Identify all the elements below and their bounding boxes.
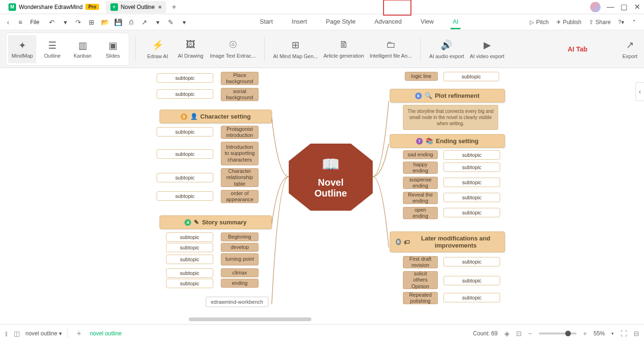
node-relationship[interactable]: Character relationship table — [221, 168, 259, 187]
edit-icon[interactable]: ✎ — [167, 18, 175, 26]
app-tab[interactable]: M Wondershare EdrawMind Pro — [4, 1, 104, 13]
print-icon[interactable]: ⎙ — [127, 18, 135, 26]
minimize-button[interactable]: — — [607, 4, 614, 10]
menu-page-style[interactable]: Page Style — [324, 15, 358, 29]
hamburger-icon[interactable]: ≡ — [16, 18, 25, 26]
subtopic[interactable]: subtopic — [157, 127, 213, 137]
back-icon[interactable]: ‹ — [4, 18, 12, 26]
center-node[interactable]: 📖 Novel Outline — [289, 144, 373, 211]
image-text-extract-button[interactable]: ⦾Image Text Extrac... — [207, 35, 259, 63]
menu-view[interactable]: View — [419, 15, 436, 29]
subtopic[interactable]: subtopic — [157, 173, 213, 182]
undo-dropdown-icon[interactable]: ▾ — [61, 18, 69, 26]
node-repeated[interactable]: Repeated polishing — [403, 292, 438, 304]
edit-dropdown-icon[interactable]: ▾ — [180, 18, 188, 26]
close-button[interactable]: ✕ — [634, 4, 640, 10]
subtopic[interactable]: subtopic — [157, 89, 213, 99]
subtopic[interactable]: subtopic — [443, 293, 500, 302]
node-turning[interactable]: turning point — [221, 253, 259, 265]
edraw-ai-button[interactable]: ⚡Edraw AI — [141, 35, 174, 63]
ai-video-export-button[interactable]: ▶AI video export — [467, 35, 507, 63]
redo-icon[interactable]: ↷ — [74, 18, 83, 26]
mindmap-canvas[interactable]: 📖 Novel Outline Place background subtopi… — [0, 68, 644, 324]
branch-story-summary[interactable]: 4✎Story summary — [159, 215, 272, 229]
outline-view-button[interactable]: ☰Outline — [38, 35, 67, 63]
add-tab-button[interactable]: + — [168, 1, 180, 13]
node-develop[interactable]: develop — [221, 243, 259, 252]
chevron-down-icon[interactable]: ▾ — [611, 331, 614, 336]
node-first-draft[interactable]: First draft revision — [403, 256, 438, 268]
ai-drawing-button[interactable]: 🖼AI Drawing — [174, 35, 207, 63]
new-icon[interactable]: ⊞ — [87, 18, 96, 26]
node-open-ending[interactable]: open ending — [403, 207, 438, 219]
file-menu[interactable]: File — [30, 19, 39, 26]
zoom-out-icon[interactable]: − — [528, 330, 532, 337]
ai-mindmap-gen-button[interactable]: ⊞AI Mind Map Gen... — [270, 35, 321, 63]
branch-ending-setting[interactable]: 7📚Ending setting — [390, 134, 505, 148]
subtopic[interactable]: subtopic — [443, 208, 500, 217]
subtopic[interactable]: subtopic — [157, 191, 213, 201]
node-appearance[interactable]: order of appearance — [221, 190, 259, 203]
maximize-button[interactable]: ▢ — [620, 4, 627, 10]
zoom-value[interactable]: 55% — [594, 330, 605, 337]
article-gen-button[interactable]: 🗎Article generation — [321, 35, 367, 63]
zoom-thumb[interactable] — [565, 331, 571, 336]
subtopic[interactable]: subtopic — [443, 150, 500, 160]
node-ending[interactable]: ending — [221, 279, 259, 288]
ai-audio-export-button[interactable]: 🔊AI audio export — [427, 35, 467, 63]
branch-character-setting[interactable]: 3👤Character setting — [159, 110, 272, 123]
undo-icon[interactable]: ↶ — [48, 18, 56, 26]
node-protagonist[interactable]: Protagonist introduction — [221, 126, 259, 139]
node-suspense-ending[interactable]: suspense ending — [403, 177, 438, 189]
subtopic[interactable]: subtopic — [166, 232, 213, 242]
menu-advanced[interactable]: Advanced — [373, 15, 404, 29]
subtopic[interactable]: subtopic — [166, 268, 213, 278]
node-social-background[interactable]: social background — [221, 88, 259, 101]
subtopic[interactable]: subtopic — [166, 279, 213, 288]
outline-toggle-icon[interactable]: ⫿ — [5, 330, 8, 337]
mindmap-view-button[interactable]: ✦MindMap — [8, 35, 36, 63]
subtopic[interactable]: subtopic — [166, 255, 213, 264]
plot-description[interactable]: The storyline that connects every big an… — [403, 105, 498, 130]
branch-later-modifications[interactable]: 8🏷Later modifications and improvements — [390, 231, 505, 252]
node-happy-ending[interactable]: happy ending — [403, 162, 438, 174]
branch-plot-refinement[interactable]: 6🔍Plot refinement — [390, 89, 505, 103]
node-beginning[interactable]: Beginning — [221, 232, 259, 241]
help-button[interactable]: ?▾ — [618, 19, 624, 26]
user-avatar[interactable] — [590, 2, 601, 12]
subtopic[interactable]: subtopic — [443, 276, 500, 285]
pitch-button[interactable]: ▷Pitch — [530, 19, 549, 26]
node-sad-ending[interactable]: sad ending — [403, 150, 438, 159]
document-tab[interactable]: ≡ Novel Outline — [106, 1, 166, 13]
menu-start[interactable]: Start — [258, 15, 275, 29]
subtopic[interactable]: subtopic — [157, 149, 213, 159]
export-button[interactable]: ↗Export — [622, 39, 637, 59]
menu-insert[interactable]: Insert — [290, 15, 309, 29]
intelligent-file-button[interactable]: 🗀Intelligent file An... — [367, 35, 414, 63]
menu-ai[interactable]: AI — [451, 15, 460, 29]
zoom-slider[interactable] — [539, 333, 577, 334]
share-button[interactable]: ⇪Share — [589, 19, 611, 26]
subtopic[interactable]: subtopic — [443, 178, 500, 187]
node-solicit[interactable]: solicit others Opinion — [403, 271, 438, 289]
subtopic[interactable]: subtopic — [443, 193, 500, 202]
export-quick-icon[interactable]: ↗ — [140, 18, 149, 26]
collapse-ribbon-icon[interactable]: ⌃ — [632, 19, 636, 26]
node-place-background[interactable]: Place background — [221, 72, 259, 85]
slides-view-button[interactable]: ▣Slides — [99, 35, 127, 63]
subtopic[interactable]: subtopic — [166, 243, 213, 252]
workbench-node[interactable]: edrawmind-workbench — [206, 297, 268, 307]
fullscreen-icon[interactable]: ⛶ — [620, 330, 627, 337]
fit-icon[interactable]: ⊡ — [516, 330, 522, 337]
kanban-view-button[interactable]: ▥Kanban — [68, 35, 97, 63]
node-climax[interactable]: climax — [221, 268, 259, 277]
subtopic[interactable]: subtopic — [443, 72, 499, 81]
zoom-in-icon[interactable]: + — [583, 330, 587, 337]
subtopic[interactable]: subtopic — [443, 257, 500, 266]
active-sheet-tab[interactable]: novel outline — [90, 330, 121, 337]
center-icon[interactable]: ◈ — [504, 330, 510, 337]
more-icon[interactable]: ▾ — [153, 18, 162, 26]
node-reveal-ending[interactable]: Reveal the ending — [403, 192, 438, 204]
subtopic[interactable]: subtopic — [443, 162, 500, 172]
split-view-icon[interactable]: ◫ — [14, 330, 20, 337]
